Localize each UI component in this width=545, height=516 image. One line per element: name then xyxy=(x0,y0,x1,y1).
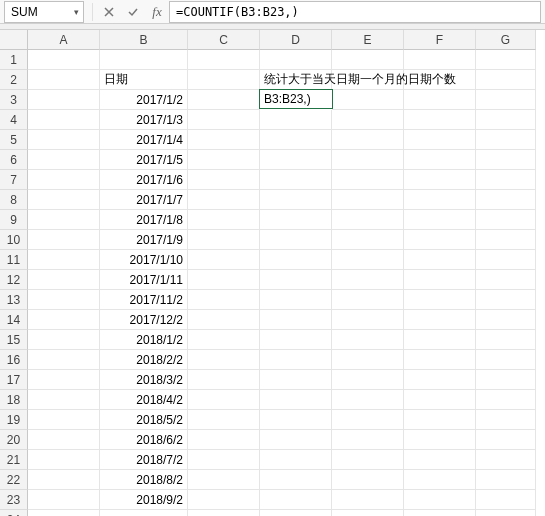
cell-D3[interactable]: B3:B23,) xyxy=(259,89,333,109)
cell-G11[interactable] xyxy=(476,250,536,270)
cell-B9[interactable]: 2017/1/8 xyxy=(100,210,188,230)
cell-G23[interactable] xyxy=(476,490,536,510)
row-header-11[interactable]: 11 xyxy=(0,250,28,270)
cell-F3[interactable] xyxy=(404,90,476,110)
row-header-13[interactable]: 13 xyxy=(0,290,28,310)
cell-A23[interactable] xyxy=(28,490,100,510)
cell-G24[interactable] xyxy=(476,510,536,516)
cell-A21[interactable] xyxy=(28,450,100,470)
cell-G17[interactable] xyxy=(476,370,536,390)
cell-C13[interactable] xyxy=(188,290,260,310)
cell-B24[interactable] xyxy=(100,510,188,516)
cell-A19[interactable] xyxy=(28,410,100,430)
cell-D15[interactable] xyxy=(260,330,332,350)
cell-D5[interactable] xyxy=(260,130,332,150)
cell-D21[interactable] xyxy=(260,450,332,470)
cell-G15[interactable] xyxy=(476,330,536,350)
cell-G19[interactable] xyxy=(476,410,536,430)
cell-F13[interactable] xyxy=(404,290,476,310)
cell-A22[interactable] xyxy=(28,470,100,490)
cell-F19[interactable] xyxy=(404,410,476,430)
cell-E21[interactable] xyxy=(332,450,404,470)
cell-A9[interactable] xyxy=(28,210,100,230)
cell-C12[interactable] xyxy=(188,270,260,290)
cell-B15[interactable]: 2018/1/2 xyxy=(100,330,188,350)
row-header-5[interactable]: 5 xyxy=(0,130,28,150)
cell-G6[interactable] xyxy=(476,150,536,170)
cell-G7[interactable] xyxy=(476,170,536,190)
cell-F20[interactable] xyxy=(404,430,476,450)
cell-C10[interactable] xyxy=(188,230,260,250)
cell-B14[interactable]: 2017/12/2 xyxy=(100,310,188,330)
row-header-10[interactable]: 10 xyxy=(0,230,28,250)
cell-D2[interactable]: 统计大于当天日期一个月的日期个数 xyxy=(260,70,332,90)
cell-A16[interactable] xyxy=(28,350,100,370)
row-header-3[interactable]: 3 xyxy=(0,90,28,110)
cell-C22[interactable] xyxy=(188,470,260,490)
cell-D20[interactable] xyxy=(260,430,332,450)
cell-C6[interactable] xyxy=(188,150,260,170)
cell-B5[interactable]: 2017/1/4 xyxy=(100,130,188,150)
cell-D13[interactable] xyxy=(260,290,332,310)
cell-G20[interactable] xyxy=(476,430,536,450)
cell-B2[interactable]: 日期 xyxy=(100,70,188,90)
cell-G4[interactable] xyxy=(476,110,536,130)
cell-E16[interactable] xyxy=(332,350,404,370)
row-header-14[interactable]: 14 xyxy=(0,310,28,330)
row-header-8[interactable]: 8 xyxy=(0,190,28,210)
cell-E19[interactable] xyxy=(332,410,404,430)
cell-F17[interactable] xyxy=(404,370,476,390)
row-header-20[interactable]: 20 xyxy=(0,430,28,450)
row-header-23[interactable]: 23 xyxy=(0,490,28,510)
cell-A18[interactable] xyxy=(28,390,100,410)
cell-F18[interactable] xyxy=(404,390,476,410)
cell-F5[interactable] xyxy=(404,130,476,150)
cell-C15[interactable] xyxy=(188,330,260,350)
row-header-22[interactable]: 22 xyxy=(0,470,28,490)
cell-E3[interactable] xyxy=(332,90,404,110)
cell-G22[interactable] xyxy=(476,470,536,490)
cell-C18[interactable] xyxy=(188,390,260,410)
cell-B7[interactable]: 2017/1/6 xyxy=(100,170,188,190)
cell-A3[interactable] xyxy=(28,90,100,110)
cell-C16[interactable] xyxy=(188,350,260,370)
confirm-button[interactable] xyxy=(121,1,145,23)
row-header-19[interactable]: 19 xyxy=(0,410,28,430)
cell-F6[interactable] xyxy=(404,150,476,170)
cell-E20[interactable] xyxy=(332,430,404,450)
cell-E9[interactable] xyxy=(332,210,404,230)
cell-D9[interactable] xyxy=(260,210,332,230)
row-header-15[interactable]: 15 xyxy=(0,330,28,350)
cell-C21[interactable] xyxy=(188,450,260,470)
cell-A10[interactable] xyxy=(28,230,100,250)
column-header-F[interactable]: F xyxy=(404,30,476,50)
cell-F23[interactable] xyxy=(404,490,476,510)
row-header-9[interactable]: 9 xyxy=(0,210,28,230)
cell-B22[interactable]: 2018/8/2 xyxy=(100,470,188,490)
cell-E18[interactable] xyxy=(332,390,404,410)
cell-E13[interactable] xyxy=(332,290,404,310)
cell-E15[interactable] xyxy=(332,330,404,350)
cell-F4[interactable] xyxy=(404,110,476,130)
cell-F15[interactable] xyxy=(404,330,476,350)
cell-F8[interactable] xyxy=(404,190,476,210)
cell-C14[interactable] xyxy=(188,310,260,330)
formula-input[interactable]: =COUNTIF(B3:B23,) xyxy=(169,1,541,23)
cell-C3[interactable] xyxy=(188,90,260,110)
cell-A6[interactable] xyxy=(28,150,100,170)
cell-A13[interactable] xyxy=(28,290,100,310)
cell-C23[interactable] xyxy=(188,490,260,510)
column-header-E[interactable]: E xyxy=(332,30,404,50)
row-header-7[interactable]: 7 xyxy=(0,170,28,190)
row-header-18[interactable]: 18 xyxy=(0,390,28,410)
cell-B11[interactable]: 2017/1/10 xyxy=(100,250,188,270)
row-header-2[interactable]: 2 xyxy=(0,70,28,90)
cell-B8[interactable]: 2017/1/7 xyxy=(100,190,188,210)
column-header-C[interactable]: C xyxy=(188,30,260,50)
cell-B1[interactable] xyxy=(100,50,188,70)
cell-F14[interactable] xyxy=(404,310,476,330)
cell-F22[interactable] xyxy=(404,470,476,490)
column-header-B[interactable]: B xyxy=(100,30,188,50)
cell-D14[interactable] xyxy=(260,310,332,330)
cell-B6[interactable]: 2017/1/5 xyxy=(100,150,188,170)
